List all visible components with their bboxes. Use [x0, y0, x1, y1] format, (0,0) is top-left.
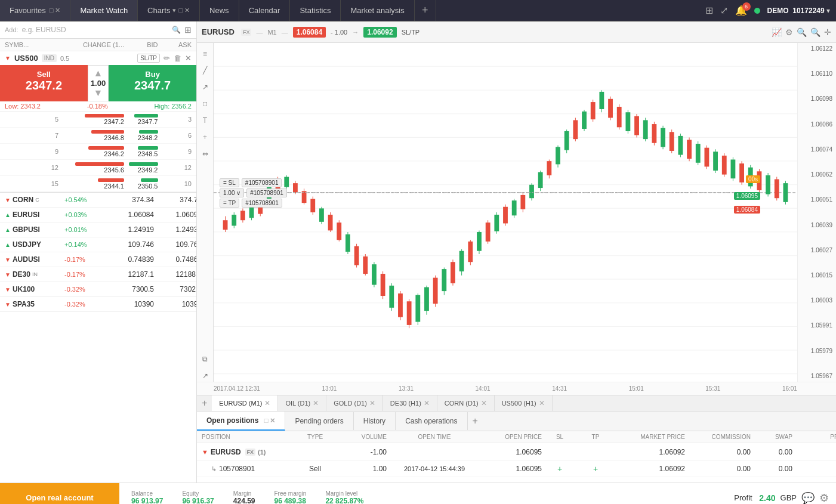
- svg-rect-48: [354, 246, 359, 265]
- chart-tab-corn-d1[interactable]: CORN (D1) ✕: [437, 395, 495, 411]
- price-row[interactable]: 12 2345.6 2349.2 12: [0, 160, 196, 176]
- add-position-tab[interactable]: +: [473, 416, 478, 426]
- tab-news[interactable]: News: [200, 0, 239, 21]
- add-tab-button[interactable]: +: [415, 0, 436, 21]
- profit-currency: GBP: [781, 493, 797, 502]
- notifications-bell[interactable]: 🔔 6: [735, 5, 747, 16]
- symbol-row-eurusd[interactable]: ▲ EURUSI +0.03% 1.06084 1.06092: [0, 208, 196, 222]
- svg-rect-24: [249, 207, 254, 218]
- price-row[interactable]: 9 2346.2 2348.5 9: [0, 144, 196, 160]
- svg-rect-96: [564, 131, 569, 150]
- lot-increase[interactable]: ▼: [94, 88, 103, 98]
- layers-icon[interactable]: ⧉: [200, 353, 209, 365]
- chart-tab-oil-d1[interactable]: OIL (D1) ✕: [278, 395, 326, 411]
- close-eurusd-tab[interactable]: ✕: [264, 399, 270, 407]
- price-level-110: 1.06110: [801, 70, 832, 77]
- close-oil-tab[interactable]: ✕: [313, 399, 319, 407]
- chart-line-icon[interactable]: 📈: [772, 27, 782, 37]
- symbol-row-gbpusd[interactable]: ▲ GBPUSI +0.01% 1.24919 1.24935: [0, 222, 196, 237]
- svg-rect-34: [293, 183, 298, 193]
- symbol-row-de30[interactable]: ▼ DE30 IN -0.17% 12187.1 12188.0: [0, 267, 196, 282]
- plus-icon[interactable]: +: [201, 131, 209, 143]
- symbol-row-usdjpy[interactable]: ▲ USDJPY +0.14% 109.746 109.761: [0, 237, 196, 252]
- delete-icon[interactable]: 🗑: [174, 54, 181, 63]
- detail-sl-add[interactable]: +: [542, 464, 578, 474]
- eurusd-change: +0.03%: [64, 211, 106, 218]
- draw-arrow-icon[interactable]: ↗: [200, 81, 210, 93]
- time-label-2: 13:31: [399, 385, 414, 392]
- zoom-out-icon[interactable]: 🔍: [797, 27, 807, 37]
- tab-favourites[interactable]: Favourites □ ✕: [0, 0, 70, 21]
- price-row[interactable]: 15 2344.1 2350.5 10: [0, 176, 196, 192]
- open-real-account-button[interactable]: Open real account: [0, 483, 119, 505]
- position-detail-name: ↳ 105708901: [202, 465, 291, 473]
- price-row[interactable]: 5 2347.2 2347.7 3: [0, 112, 196, 128]
- search-icon[interactable]: 🔍: [172, 26, 181, 34]
- detail-opentime: 2017-04-12 15:44:39: [387, 465, 482, 472]
- zoom-in-icon[interactable]: 🔍: [810, 27, 820, 37]
- position-name-group: ▼ EURUSD FX (1): [202, 448, 291, 456]
- detail-id: 105708901: [219, 465, 255, 473]
- layout-icon[interactable]: ⊞: [705, 5, 713, 16]
- separator: —: [256, 29, 263, 36]
- price-level-991: 1.05991: [801, 322, 832, 329]
- tab-statistics[interactable]: Statistics: [290, 0, 341, 21]
- chart-sltp[interactable]: SL/TP: [402, 29, 420, 36]
- text-icon[interactable]: T: [201, 115, 209, 126]
- edit-icon[interactable]: ✏: [164, 54, 170, 63]
- price-row[interactable]: 7 2346.8 2348.2 6: [0, 128, 196, 144]
- symbol-row-corn[interactable]: ▼ CORN C +0.54% 374.34 374.73: [0, 193, 196, 208]
- grid-view-icon[interactable]: ⊞: [184, 25, 192, 35]
- us500-trade-buttons: Sell 2347.2 ▲ 1.00 ▼ Buy 2347.7: [0, 65, 196, 101]
- close-corn-tab[interactable]: ✕: [481, 399, 487, 407]
- share-icon[interactable]: ↗: [200, 370, 210, 382]
- tab-charts[interactable]: Charts ▾ □ ✕: [138, 0, 200, 21]
- svg-rect-20: [232, 215, 236, 225]
- symbol-row-spa35[interactable]: ▼ SPA35 -0.32% 10390 10399: [0, 297, 196, 312]
- pos-tab-history[interactable]: History: [354, 412, 396, 430]
- buy-button[interactable]: Buy 2347.7: [109, 65, 196, 101]
- account-selector[interactable]: DEMO 10172249 ▾: [767, 7, 830, 15]
- tab-market-analysis[interactable]: Market analysis: [341, 0, 414, 21]
- ask-cell-1: 2347.7: [124, 113, 158, 125]
- close-gold-tab[interactable]: ✕: [369, 399, 375, 407]
- lot-decrease[interactable]: ▲: [94, 68, 103, 79]
- rect-icon[interactable]: □: [201, 98, 209, 110]
- symbol-row-uk100[interactable]: ▼ UK100 -0.32% 7300.5 7302.5: [0, 282, 196, 297]
- detail-tp-add[interactable]: +: [578, 464, 613, 474]
- price-level-003: 1.06003: [801, 297, 832, 304]
- search-input[interactable]: [22, 26, 168, 34]
- chart-tab-eurusd-m1[interactable]: EURUSD (M1) ✕: [212, 395, 278, 411]
- free-margin-label: Free margin: [274, 490, 306, 497]
- indicator-icon[interactable]: ≡: [201, 48, 209, 60]
- settings-icon[interactable]: ⚙: [819, 491, 829, 505]
- symbol-row-audusd[interactable]: ▼ AUDUSI -0.17% 0.74839 0.74860: [0, 252, 196, 267]
- us500-sltp-btn[interactable]: SL/TP: [137, 54, 160, 63]
- add-chart-tab[interactable]: +: [197, 395, 212, 411]
- group-swap: 0.00: [751, 448, 792, 456]
- tab-market-watch[interactable]: Market Watch: [70, 0, 138, 21]
- pos-tab-open[interactable]: Open positions □ ✕: [197, 412, 285, 431]
- close-de30-tab[interactable]: ✕: [424, 399, 430, 407]
- svg-rect-38: [310, 199, 315, 212]
- tab-calendar[interactable]: Calendar: [239, 0, 291, 21]
- pos-tab-pending[interactable]: Pending orders: [285, 412, 353, 430]
- pos-tab-cash[interactable]: Cash operations: [396, 412, 467, 430]
- balance-label: Balance: [131, 490, 163, 497]
- close-icon[interactable]: ✕: [185, 54, 192, 63]
- chart-tab-us500-h1[interactable]: US500 (H1) ✕: [495, 395, 553, 411]
- close-us500-tab[interactable]: ✕: [539, 399, 545, 407]
- chart-tab-de30-h1[interactable]: DE30 (H1) ✕: [383, 395, 437, 411]
- chart-tab-gold-d1[interactable]: GOLD (D1) ✕: [326, 395, 383, 411]
- ask-value-1: 2347.7: [138, 118, 158, 125]
- audusd-arrow: ▼: [5, 256, 11, 263]
- sell-button[interactable]: Sell 2347.2: [0, 65, 88, 101]
- fullscreen-icon[interactable]: ⤢: [720, 5, 728, 16]
- svg-rect-126: [696, 144, 701, 163]
- chat-icon[interactable]: 💬: [801, 491, 815, 505]
- draw-line-icon[interactable]: ╱: [201, 64, 209, 76]
- notification-count: 6: [742, 2, 751, 11]
- measure-icon[interactable]: ⇔: [200, 148, 210, 160]
- chart-settings-icon[interactable]: ⚙: [785, 27, 793, 37]
- crosshair-icon[interactable]: ✛: [824, 27, 831, 37]
